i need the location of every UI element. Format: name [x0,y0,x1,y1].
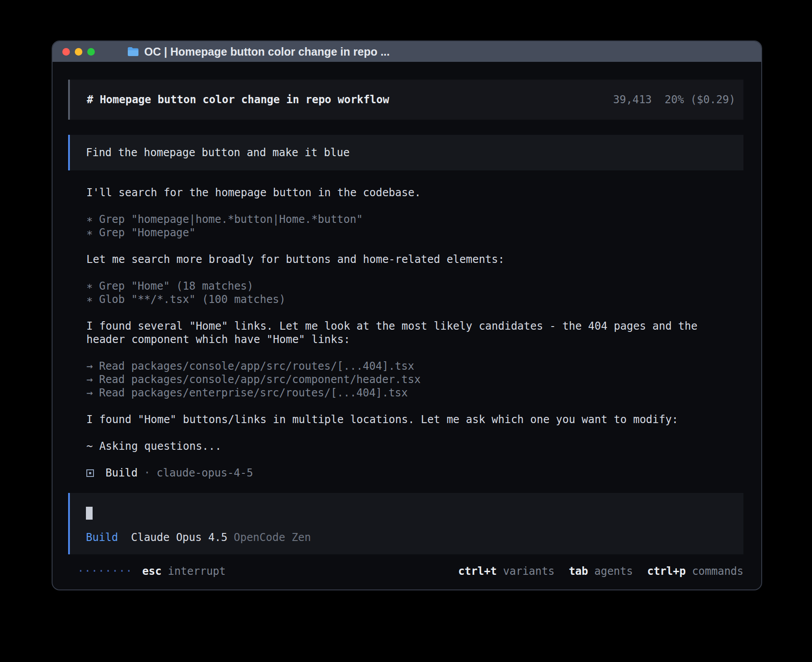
tool-call-text: Grep "Home" (18 matches) [99,280,253,292]
assistant-paragraph: I'll search for the homepage button in t… [86,186,727,199]
model-label: Claude Opus 4.5 [131,531,227,544]
shortcut-label: commands [692,565,743,577]
conversation: I'll search for the homepage button in t… [86,186,727,480]
tool-call-text: Read packages/console/app/src/component/… [99,373,420,386]
tool-call: →Read packages/enterprise/src/routes/[..… [86,386,727,400]
esc-key-hint: esc [142,565,162,577]
read-arrow-icon: → [86,387,93,399]
tool-call: →Read packages/console/app/src/component… [86,373,727,386]
status-bar: ········ esc interrupt ctrl+t variants t… [77,565,743,578]
shortcut-label: variants [503,565,555,577]
shortcut-variants: ctrl+t variants [458,565,554,577]
assistant-paragraph: I found several "Home" links. Let me loo… [86,319,727,346]
tool-asterisk-icon: ∗ [86,280,93,292]
shortcut-key: ctrl+p [647,565,686,577]
minimize-button[interactable] [75,48,82,56]
desktop: OC | Homepage button color change in rep… [0,0,812,662]
agent-name: Build [106,466,138,480]
esc-key-label: interrupt [168,565,226,577]
token-count: 39,413 [613,93,652,106]
tool-call: ∗Grep "homepage|home.*button|Home.*butto… [86,213,727,226]
session-header: # Homepage button color change in repo w… [68,80,743,120]
assistant-paragraph: Let me search more broadly for buttons a… [86,253,727,266]
progress-dots: ········ [77,565,133,577]
tool-call-text: Glob "**/*.tsx" (100 matches) [99,293,285,306]
window-title: OC | Homepage button color change in rep… [144,45,390,58]
shortcut-agents: tab agents [569,565,633,577]
tool-call-group: ∗Grep "homepage|home.*button|Home.*butto… [86,213,727,239]
tool-call-group: →Read packages/console/app/src/routes/[.… [86,359,727,400]
model-name: claude-opus-4-5 [157,466,253,480]
agent-mode-label: Build [86,531,118,544]
tool-asterisk-icon: ∗ [86,213,93,226]
read-arrow-icon: → [86,373,93,386]
shortcut-hints: ctrl+t variants tab agents ctrl+p comman… [458,565,743,577]
assistant-paragraph: I found "Home" buttons/links in multiple… [86,413,727,426]
tool-call: →Read packages/console/app/src/routes/[.… [86,359,727,373]
tool-call-text: Read packages/enterprise/src/routes/[...… [99,387,408,399]
tool-call-group: ∗Grep "Home" (18 matches) ∗Glob "**/*.ts… [86,279,727,306]
user-message-text: Find the homepage button and make it blu… [86,146,349,159]
agent-status-row: Build · claude-opus-4-5 [86,466,727,480]
maximize-button[interactable] [87,48,95,56]
shortcut-commands: ctrl+p commands [647,565,743,577]
tool-call-text: Grep "Homepage" [99,226,195,239]
shortcut-label: agents [594,565,633,577]
text-cursor [86,507,93,520]
close-button[interactable] [62,48,70,56]
tool-asterisk-icon: ∗ [86,226,93,239]
terminal-window: OC | Homepage button color change in rep… [52,40,762,590]
provider-label: OpenCode Zen [234,531,311,544]
folder-icon [127,47,139,57]
read-arrow-icon: → [86,360,93,372]
session-title: # Homepage button color change in repo w… [87,93,389,106]
agent-square-icon [86,469,94,477]
shortcut-key: ctrl+t [458,565,497,577]
tool-asterisk-icon: ∗ [86,293,93,306]
tool-call-text: Read packages/console/app/src/routes/[..… [99,360,414,372]
asking-questions-status: ~ Asking questions... [86,440,727,453]
user-message: Find the homepage button and make it blu… [68,135,743,170]
tool-call: ∗Grep "Home" (18 matches) [86,279,727,293]
separator-dot: · [144,466,150,480]
tool-call: ∗Grep "Homepage" [86,226,727,239]
tool-call: ∗Glob "**/*.tsx" (100 matches) [86,293,727,306]
tool-call-text: Grep "homepage|home.*button|Home.*button… [99,213,362,226]
window-titlebar[interactable]: OC | Homepage button color change in rep… [53,41,761,62]
context-usage: 20% ($0.29) [665,93,735,106]
prompt-input[interactable]: Build Claude Opus 4.5 OpenCode Zen [68,493,743,554]
shortcut-key: tab [569,565,588,577]
input-meta-row: Build Claude Opus 4.5 OpenCode Zen [86,531,727,544]
